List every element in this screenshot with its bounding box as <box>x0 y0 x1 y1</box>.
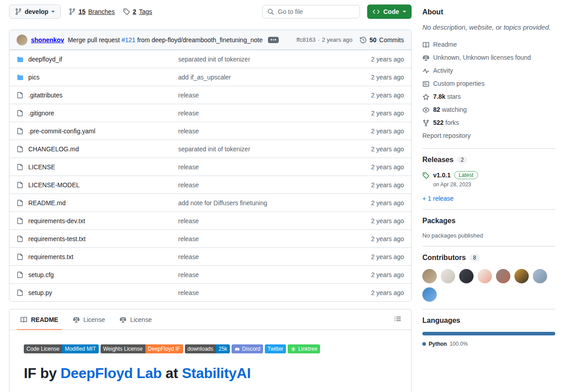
branches-link[interactable]: 15 Branches <box>69 8 115 15</box>
language-name: Python <box>429 341 447 347</box>
language-legend-python[interactable]: Python 100.0% <box>422 341 555 347</box>
table-row: CHANGELOG.md separated init of tokenizer… <box>9 140 411 158</box>
badge-discord[interactable]: Discord <box>232 344 263 353</box>
readme-tab[interactable]: License <box>66 309 112 330</box>
table-row: setup.py release 2 years ago <box>9 283 411 301</box>
book-icon <box>20 316 27 323</box>
file-name-link[interactable]: README.md <box>28 199 66 207</box>
go-to-file-search[interactable] <box>262 5 360 18</box>
file-name-link[interactable]: setup.cfg <box>28 271 54 278</box>
table-row: requirements-test.txt release 2 years ag… <box>9 229 411 247</box>
commit-sha-link[interactable]: ffc8163 <box>296 36 315 43</box>
file-name-link[interactable]: deepfloyd_if <box>28 56 62 63</box>
row-commit-message-link[interactable]: release <box>178 289 341 296</box>
contributor-avatar[interactable] <box>422 287 437 302</box>
commits-label: Commits <box>379 36 404 44</box>
badge-weights-license[interactable]: Weights LicenseDeepFloyd IF <box>101 344 183 353</box>
row-commit-message-link[interactable]: release <box>178 110 341 117</box>
law-icon <box>422 54 430 62</box>
row-commit-date: 2 years ago <box>341 181 404 189</box>
row-commit-date: 2 years ago <box>341 128 404 135</box>
readme-tab[interactable]: License <box>112 309 159 330</box>
commit-meta: ffc8163 · 2 years ago 50 Commits <box>296 36 404 44</box>
languages-title: Languages <box>422 317 555 325</box>
more-releases-link[interactable]: + 1 release <box>422 195 454 202</box>
row-commit-date: 2 years ago <box>341 235 404 242</box>
contributor-avatar[interactable] <box>533 269 547 283</box>
badge-code-license[interactable]: Code LicenseModified MIT <box>24 344 99 353</box>
row-commit-message-link[interactable]: separated init of tokenizer <box>178 145 341 153</box>
file-name-link[interactable]: setup.py <box>28 289 52 296</box>
outline-icon[interactable] <box>391 313 404 326</box>
row-commit-message-link[interactable]: release <box>178 271 341 278</box>
file-name-link[interactable]: .gitignore <box>28 110 54 117</box>
deepfloyd-lab-link[interactable]: DeepFloyd Lab <box>61 365 162 381</box>
contributor-avatar[interactable] <box>422 269 437 283</box>
about-item[interactable]: Activity <box>422 64 555 77</box>
commit-time: 2 years ago <box>322 36 352 43</box>
readme-tab[interactable]: README <box>13 309 66 330</box>
row-commit-message-link[interactable]: separated init of tokenizer <box>178 56 341 63</box>
contributor-avatar[interactable] <box>441 269 455 283</box>
row-commit-message-link[interactable]: release <box>178 253 341 260</box>
git-branch-icon <box>15 8 22 15</box>
file-name-link[interactable]: .gitattributes <box>28 92 62 99</box>
commit-message-expand-button[interactable] <box>268 37 279 43</box>
stabilityai-link[interactable]: StabilityAI <box>182 365 250 381</box>
commit-author-link[interactable]: shonenkov <box>31 36 64 44</box>
commit-author-avatar[interactable] <box>17 35 27 45</box>
file-name-link[interactable]: .pre-commit-config.yaml <box>28 128 95 135</box>
row-commit-message-link[interactable]: add if_as_upscaler <box>178 74 341 81</box>
file-name-link[interactable]: LICENSE-MODEL <box>28 181 79 189</box>
about-item[interactable]: Readme <box>422 38 555 51</box>
commit-sha-time: ffc8163 · 2 years ago <box>296 36 352 43</box>
file-icon <box>17 92 24 99</box>
releases-section: Releases 2 v1.0.1 Latest on Apr 28, 2023… <box>422 149 555 210</box>
row-commit-date: 2 years ago <box>341 145 404 153</box>
table-row: README.md add note for Diffusers finetun… <box>9 194 411 211</box>
file-icon <box>17 199 24 207</box>
row-commit-message-link[interactable]: release <box>178 217 341 225</box>
about-description: No description, website, or topics provi… <box>422 23 555 31</box>
file-icon <box>17 110 24 117</box>
row-commit-message-link[interactable]: release <box>178 163 341 171</box>
contributor-avatar[interactable] <box>478 269 492 283</box>
code-button[interactable]: Code <box>367 4 412 19</box>
row-commit-message-link[interactable]: release <box>178 128 341 135</box>
file-name-link[interactable]: LICENSE <box>28 163 55 171</box>
book-icon <box>422 41 430 48</box>
commit-history-link[interactable]: 50 Commits <box>360 36 404 44</box>
row-commit-message-link[interactable]: release <box>178 235 341 242</box>
about-item[interactable]: 82 watching <box>422 103 555 116</box>
badge-twitter[interactable]: Twitter <box>265 344 286 353</box>
report-repository-link[interactable]: Report repository <box>422 130 555 141</box>
file-name-link[interactable]: requirements.txt <box>28 253 73 260</box>
search-icon <box>267 8 274 15</box>
about-item[interactable]: Unknown, Unknown licenses found <box>422 51 555 64</box>
contributor-avatar[interactable] <box>496 269 510 283</box>
tag-icon <box>123 8 130 15</box>
go-to-file-input[interactable] <box>277 8 355 16</box>
table-row: .pre-commit-config.yaml release 2 years … <box>9 122 411 140</box>
row-commit-message-link[interactable]: add note for Diffusers finetuning <box>178 199 341 207</box>
contributor-avatar[interactable] <box>514 269 529 283</box>
table-row: requirements-dev.txt release 2 years ago <box>9 211 411 229</box>
contributor-avatar[interactable] <box>459 269 474 283</box>
row-commit-message-link[interactable]: release <box>178 92 341 99</box>
row-commit-message-link[interactable]: release <box>178 181 341 189</box>
row-commit-date: 2 years ago <box>341 199 404 207</box>
latest-release-link[interactable]: v1.0.1 Latest on Apr 28, 2023 <box>422 171 555 188</box>
about-item[interactable]: 7.8k stars <box>422 90 555 103</box>
about-item[interactable]: Custom properties <box>422 77 555 90</box>
file-name-link[interactable]: requirements-dev.txt <box>28 217 85 225</box>
file-name-link[interactable]: requirements-test.txt <box>28 235 86 242</box>
badge-linktree[interactable]: Linktree <box>288 344 320 353</box>
file-name-link[interactable]: pics <box>28 74 39 81</box>
file-name-link[interactable]: CHANGELOG.md <box>28 145 79 153</box>
pr-link[interactable]: #121 <box>122 36 136 44</box>
badge-downloads[interactable]: downloads25k <box>185 344 230 353</box>
tags-link[interactable]: 2 Tags <box>123 8 152 15</box>
heading-text: at <box>166 365 178 381</box>
about-item[interactable]: 522 forks <box>422 116 555 129</box>
branch-selector-button[interactable]: develop <box>9 4 61 19</box>
